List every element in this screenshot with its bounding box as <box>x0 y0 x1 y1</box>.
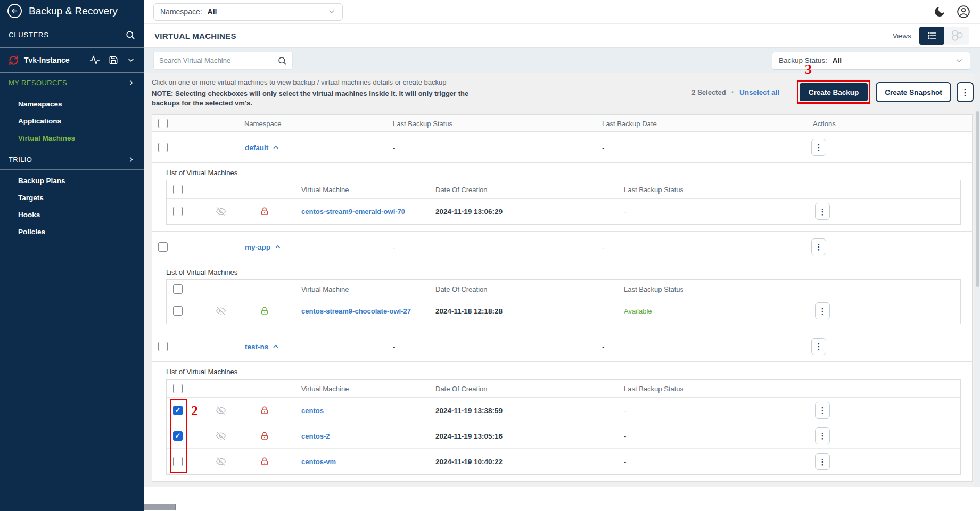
namespace-label: Namespace: <box>160 7 202 16</box>
namespace-row-test-ns: test-ns - - ⋮ <box>152 331 972 362</box>
vertical-scrollbar-thumb[interactable] <box>976 111 979 287</box>
namespace-checkbox[interactable] <box>158 342 168 351</box>
vm-search-input[interactable] <box>159 56 277 64</box>
tvk-logo-icon <box>9 55 19 65</box>
select-all-checkbox[interactable] <box>158 119 168 128</box>
section-trilio[interactable]: TRILIO <box>0 150 144 170</box>
vm-row-centos-2: ✓ centos-2 2024-11-19 13:05:16 - ⋮ <box>167 423 960 449</box>
section-my-resources[interactable]: MY RESOURCES <box>0 73 144 93</box>
create-snapshot-button[interactable]: Create Snapshot <box>876 82 951 102</box>
namespace-checkbox[interactable] <box>158 143 168 152</box>
vm-backup-status: - <box>624 458 626 466</box>
namespace-checkbox[interactable] <box>158 242 168 252</box>
col-last-backup-status: Last Backup Status <box>393 119 452 127</box>
page-title: VIRTUAL MACHINES <box>154 31 236 40</box>
namespace-actions-kebab[interactable]: ⋮ <box>811 238 826 256</box>
page-header: VIRTUAL MACHINES Views: <box>144 24 980 48</box>
clusters-row: CLUSTERS <box>0 22 144 48</box>
namespace-row-my-app: my-app - - ⋮ <box>152 232 972 262</box>
search-icon[interactable] <box>277 56 287 65</box>
filter-strip: Backup Status: All <box>144 48 980 73</box>
vm-checkbox-checked[interactable]: ✓ <box>173 406 183 415</box>
vm-actions-kebab[interactable]: ⋮ <box>815 302 830 319</box>
save-disk-icon[interactable] <box>109 55 118 65</box>
select-all-vms-checkbox[interactable] <box>173 384 183 393</box>
namespace-row-default: default - - ⋮ <box>152 132 972 163</box>
vm-name-link[interactable]: centos-stream9-chocolate-owl-27 <box>301 307 411 315</box>
vm-name-link[interactable]: centos-stream9-emerald-owl-70 <box>301 208 405 216</box>
namespace-link[interactable]: test-ns <box>245 342 279 350</box>
dark-mode-moon-icon[interactable] <box>933 5 946 18</box>
instance-name: Tvk-Instance <box>24 56 70 64</box>
select-all-vms-checkbox[interactable] <box>173 284 183 294</box>
lock-red-icon <box>260 207 269 217</box>
vm-actions-kebab[interactable]: ⋮ <box>815 203 830 220</box>
chevron-right-icon <box>127 155 135 163</box>
col-namespace: Namespace <box>244 119 281 127</box>
toolbar-kebab-button[interactable]: ⋮ <box>957 82 974 102</box>
col-last-backup-date: Last Backup Date <box>602 119 657 127</box>
sidebar-item-backup-plans[interactable]: Backup Plans <box>0 172 144 189</box>
vm-checkbox[interactable] <box>173 306 183 316</box>
selected-count: 2 Selected <box>691 88 726 96</box>
sidebar-item-namespaces[interactable]: Namespaces <box>0 95 144 112</box>
vm-list-panel-default: List of Virtual Machines Virtual Machine… <box>152 163 972 232</box>
vm-actions-kebab[interactable]: ⋮ <box>815 402 830 419</box>
instance-row[interactable]: Tvk-Instance <box>0 48 144 73</box>
vm-actions-kebab[interactable]: ⋮ <box>815 427 830 444</box>
namespace-actions-kebab[interactable]: ⋮ <box>811 338 826 355</box>
vertical-scrollbar[interactable] <box>975 73 980 487</box>
sidebar-item-applications[interactable]: Applications <box>0 112 144 129</box>
vm-name-link[interactable]: centos-vm <box>301 458 336 466</box>
sidebar-item-virtual-machines[interactable]: Virtual Machines <box>0 129 144 146</box>
vm-row-centos-vm: centos-vm 2024-11-19 10:40:22 - ⋮ <box>167 449 960 474</box>
vm-created-date: 2024-11-19 10:40:22 <box>435 458 503 466</box>
sidebar-item-policies[interactable]: Policies <box>0 223 144 240</box>
namespace-link[interactable]: my-app <box>245 243 282 251</box>
vm-name-link[interactable]: centos-2 <box>301 432 330 440</box>
vm-table-header: Virtual Machine Date Of Creation Last Ba… <box>167 380 960 398</box>
user-account-icon[interactable] <box>957 5 970 19</box>
vm-checkbox[interactable] <box>173 457 183 466</box>
lock-red-icon <box>260 457 269 467</box>
lock-red-icon <box>260 405 269 415</box>
create-backup-button[interactable]: Create Backup <box>800 83 868 101</box>
list-view-icon <box>926 30 938 41</box>
back-arrow-icon[interactable] <box>7 4 22 18</box>
lock-green-icon <box>260 306 269 316</box>
vm-search-box <box>153 52 293 70</box>
honeycomb-view-button[interactable] <box>944 27 969 45</box>
vm-name-link[interactable]: centos <box>301 406 324 414</box>
vm-backup-status: Available <box>624 307 652 315</box>
chevron-right-icon <box>127 79 135 87</box>
namespace-actions-kebab[interactable]: ⋮ <box>811 139 826 156</box>
namespace-dropdown[interactable]: Namespace: All <box>153 3 343 21</box>
sidebar-item-targets[interactable]: Targets <box>0 189 144 206</box>
unselect-all-link[interactable]: Unselect all <box>739 88 779 96</box>
eye-off-icon <box>216 405 226 416</box>
main-area: Namespace: All VIRTUAL MACHINES Views: <box>144 0 980 511</box>
col-date-of-creation: Date Of Creation <box>435 285 488 293</box>
backup-status-dropdown[interactable]: Backup Status: All <box>772 52 970 70</box>
namespace-link[interactable]: default <box>245 143 279 151</box>
instruction-text: Click on one or more virtual machines to… <box>152 78 468 87</box>
vm-backup-status: - <box>624 406 626 414</box>
sidebar: Backup & Recovery CLUSTERS Tvk-Instance … <box>0 0 144 511</box>
sidebar-item-hooks[interactable]: Hooks <box>0 206 144 223</box>
topbar: Namespace: All <box>144 0 980 24</box>
horizontal-scrollbar-thumb[interactable] <box>144 504 176 510</box>
select-all-vms-checkbox[interactable] <box>173 185 183 194</box>
cluster-search-icon[interactable] <box>125 30 135 40</box>
vm-actions-kebab[interactable]: ⋮ <box>815 453 830 470</box>
instance-chevron-down-icon[interactable] <box>127 56 135 64</box>
namespace-value: All <box>208 7 217 16</box>
namespace-last-backup-date: - <box>602 143 604 151</box>
activity-pulse-icon[interactable] <box>89 55 100 65</box>
vm-checkbox-checked[interactable]: ✓ <box>173 431 183 441</box>
backup-status-label: Backup Status: <box>779 56 827 64</box>
namespace-last-backup-status: - <box>393 342 395 350</box>
vm-checkbox[interactable] <box>173 207 183 216</box>
chevron-up-icon <box>272 343 279 350</box>
vm-row-centos-stream9-chocolate-owl-27: centos-stream9-chocolate-owl-27 2024-11-… <box>167 298 960 324</box>
list-view-button[interactable] <box>919 27 944 45</box>
